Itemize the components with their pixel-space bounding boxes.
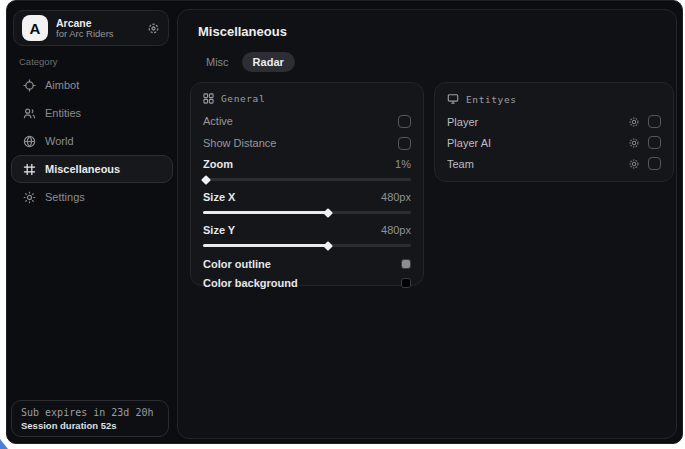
size-x-slider[interactable] [203,211,411,214]
player-ai-gear-icon[interactable] [628,137,640,149]
size-y-value: 480px [381,224,411,236]
team-checkbox[interactable] [648,157,661,170]
gear-icon [22,191,36,204]
main-panel: Miscellaneous Misc Radar General Active [177,9,677,439]
app-title-block: Arcane for Arc Riders [56,17,139,40]
zoom-row: Zoom 1% [203,155,411,172]
active-label: Active [203,115,233,127]
category-label: Category [19,56,58,67]
zoom-slider-thumb[interactable] [201,175,211,185]
show-distance-label: Show Distance [203,137,276,149]
desktop-background: A Arcane for Arc Riders Category [0,0,685,449]
sidebar-item-label: Entities [45,107,81,119]
sidebar-item-label: Aimbot [45,79,79,91]
color-background-row: Color background [203,273,411,292]
player-label: Player [447,116,478,128]
app-name: Arcane [56,17,139,29]
sidebar-item-label: Miscellaneous [45,163,120,175]
tab-radar[interactable]: Radar [242,52,295,72]
team-gear-icon[interactable] [628,158,640,170]
team-row: Team [447,153,661,174]
size-y-label: Size Y [203,224,235,236]
tab-bar: Misc Radar [195,52,295,72]
general-grid-icon [203,93,214,104]
monitor-icon [447,93,459,105]
active-checkbox[interactable] [398,115,411,128]
size-x-label: Size X [203,191,235,203]
player-gear-icon[interactable] [628,116,640,128]
size-y-slider[interactable] [203,244,411,247]
sidebar-item-miscellaneous[interactable]: Miscellaneous [11,155,173,183]
zoom-value: 1% [395,158,411,170]
size-x-slider-fill [203,211,328,214]
size-y-slider-group: Size Y 480px [203,221,411,247]
zoom-slider[interactable] [203,178,411,181]
size-y-row: Size Y 480px [203,221,411,238]
sidebar: A Arcane for Arc Riders Category [7,1,177,443]
session-duration: Session duration 52s [21,420,159,431]
sidebar-item-entities[interactable]: Entities [11,99,173,127]
sidebar-item-settings[interactable]: Settings [11,183,173,211]
globe-icon [22,135,36,148]
zoom-slider-group: Zoom 1% [203,155,411,181]
size-x-slider-group: Size X 480px [203,188,411,214]
color-background-label: Color background [203,277,298,289]
size-x-row: Size X 480px [203,188,411,205]
subscription-box: Sub expires in 23d 20h Session duration … [11,400,169,437]
sidebar-nav: Aimbot Entities World [11,71,173,211]
general-card-title: General [221,93,265,104]
show-distance-checkbox[interactable] [398,137,411,150]
color-background-swatch[interactable] [401,278,411,288]
sidebar-item-label: World [45,135,74,147]
color-outline-row: Color outline [203,254,411,273]
color-outline-swatch[interactable] [401,259,411,269]
grid-icon [22,163,36,176]
player-ai-row: Player AI [447,132,661,153]
sidebar-item-aimbot[interactable]: Aimbot [11,71,173,99]
team-label: Team [447,158,474,170]
size-y-slider-fill [203,244,328,247]
player-checkbox[interactable] [648,115,661,128]
entities-card: Entityes Player Player AI [434,82,674,182]
entities-card-header: Entityes [447,93,661,105]
active-row: Active [203,110,411,132]
tab-misc[interactable]: Misc [195,52,240,72]
player-ai-checkbox[interactable] [648,136,661,149]
mouse-cursor [0,439,8,449]
subscription-expiry: Sub expires in 23d 20h [21,407,159,418]
general-card: General Active Show Distance Zoom 1% [190,82,424,286]
crosshair-icon [22,79,36,92]
app-window: A Arcane for Arc Riders Category [6,0,683,444]
player-ai-label: Player AI [447,137,491,149]
entities-card-title: Entityes [466,94,517,105]
refresh-icon[interactable] [147,22,160,35]
app-logo: A [22,15,48,41]
show-distance-row: Show Distance [203,132,411,154]
sidebar-item-label: Settings [45,191,85,203]
zoom-label: Zoom [203,158,233,170]
size-x-slider-thumb[interactable] [323,208,333,218]
color-outline-label: Color outline [203,258,271,270]
general-card-header: General [203,93,411,104]
sidebar-item-world[interactable]: World [11,127,173,155]
page-title: Miscellaneous [198,24,287,39]
entities-icon [22,107,36,120]
size-x-value: 480px [381,191,411,203]
player-row: Player [447,111,661,132]
app-subtitle: for Arc Riders [56,29,139,40]
app-logo-card: A Arcane for Arc Riders [13,10,169,46]
size-y-slider-thumb[interactable] [323,241,333,251]
